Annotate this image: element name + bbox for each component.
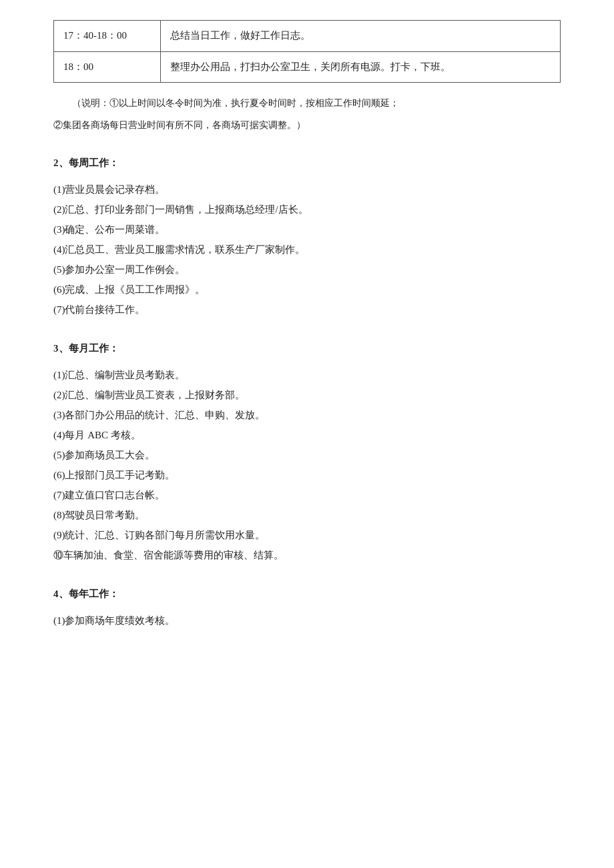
- weekly-section: 2、每周工作： (1)营业员晨会记录存档。(2)汇总、打印业务部门一周销售，上报…: [53, 153, 561, 320]
- monthly-title: 3、每月工作：: [53, 338, 561, 358]
- notes-section: （说明：①以上时间以冬令时间为准，执行夏令时间时，按相应工作时间顺延； ②集团各…: [53, 95, 561, 134]
- list-item: (5)参加商场员工大会。: [53, 445, 561, 465]
- table-cell-content: 总结当日工作，做好工作日志。: [161, 21, 561, 52]
- list-item: (4)每月 ABC 考核。: [53, 425, 561, 445]
- table-cell-time: 17：40-18：00: [54, 21, 161, 52]
- yearly-title: 4、每年工作：: [53, 584, 561, 604]
- list-item: (9)统计、汇总、订购各部门每月所需饮用水量。: [53, 525, 561, 545]
- list-item: (1)参加商场年度绩效考核。: [53, 610, 561, 630]
- list-item: (3)确定、公布一周菜谱。: [53, 220, 561, 240]
- list-item: (1)汇总、编制营业员考勤表。: [53, 365, 561, 385]
- list-item: (3)各部门办公用品的统计、汇总、申购、发放。: [53, 405, 561, 425]
- list-item: (7)建立值口官口志台帐。: [53, 485, 561, 505]
- table-cell-content: 整理办公用品，打扫办公室卫生，关闭所有电源。打卡，下班。: [161, 51, 561, 83]
- table-cell-time: 18：00: [54, 51, 161, 83]
- table-row: 18：00 整理办公用品，打扫办公室卫生，关闭所有电源。打卡，下班。: [54, 51, 561, 83]
- list-item: (4)汇总员工、营业员工服需求情况，联系生产厂家制作。: [53, 240, 561, 260]
- table-row: 17：40-18：00 总结当日工作，做好工作日志。: [54, 21, 561, 52]
- note-line1: （说明：①以上时间以冬令时间为准，执行夏令时间时，按相应工作时间顺延；: [53, 95, 561, 113]
- weekly-title: 2、每周工作：: [53, 153, 561, 173]
- schedule-table: 17：40-18：00 总结当日工作，做好工作日志。 18：00 整理办公用品，…: [53, 20, 561, 83]
- weekly-items: (1)营业员晨会记录存档。(2)汇总、打印业务部门一周销售，上报商场总经理/店长…: [53, 179, 561, 320]
- list-item: (2)汇总、编制营业员工资表，上报财务部。: [53, 385, 561, 405]
- monthly-items: (1)汇总、编制营业员考勤表。(2)汇总、编制营业员工资表，上报财务部。(3)各…: [53, 365, 561, 565]
- list-item: (6)上报部门员工手记考勤。: [53, 465, 561, 485]
- note-line2: ②集团各商场每日营业时间有所不同，各商场可据实调整。）: [53, 117, 561, 135]
- yearly-items: (1)参加商场年度绩效考核。: [53, 610, 561, 630]
- list-item: (5)参加办公室一周工作例会。: [53, 260, 561, 280]
- list-item: (7)代前台接待工作。: [53, 300, 561, 320]
- list-item: (8)驾驶员日常考勤。: [53, 505, 561, 525]
- schedule-table-section: 17：40-18：00 总结当日工作，做好工作日志。 18：00 整理办公用品，…: [53, 20, 561, 83]
- monthly-section: 3、每月工作： (1)汇总、编制营业员考勤表。(2)汇总、编制营业员工资表，上报…: [53, 338, 561, 565]
- list-item: (2)汇总、打印业务部门一周销售，上报商场总经理/店长。: [53, 199, 561, 220]
- list-item: (1)营业员晨会记录存档。: [53, 179, 561, 199]
- list-item: ⑩车辆加油、食堂、宿舍能源等费用的审核、结算。: [53, 545, 561, 565]
- list-item: (6)完成、上报《员工工作周报》。: [53, 280, 561, 300]
- yearly-section: 4、每年工作： (1)参加商场年度绩效考核。: [53, 584, 561, 630]
